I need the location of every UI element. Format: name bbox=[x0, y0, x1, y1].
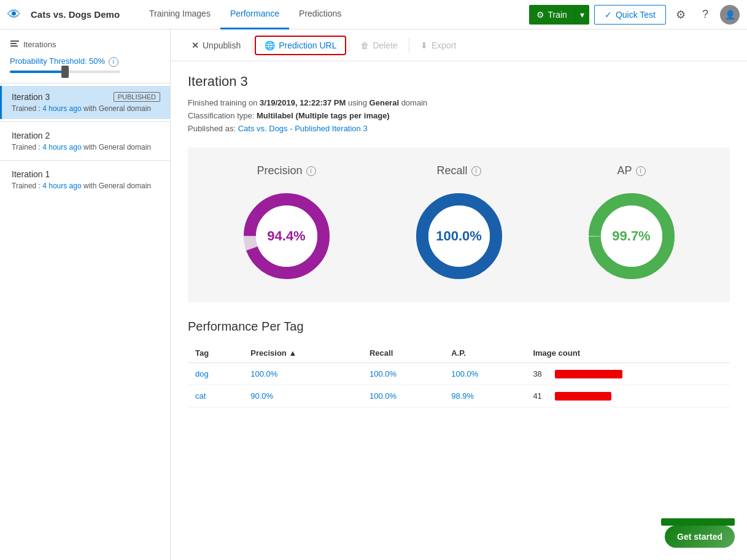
precision-cell: 100.0% bbox=[243, 363, 362, 385]
avatar-icon: 👤 bbox=[725, 10, 735, 20]
probability-slider-container bbox=[10, 71, 160, 73]
metrics-section: Precision i 94.4% bbox=[188, 147, 730, 302]
iteration-1-header: Iteration 1 bbox=[12, 169, 160, 179]
iteration-item-1[interactable]: Iteration 1 Trained : 4 hours ago with G… bbox=[0, 163, 170, 196]
performance-per-tag: Performance Per Tag Tag Precision ▲ Reca… bbox=[188, 320, 730, 407]
trash-icon: 🗑 bbox=[360, 40, 369, 50]
iteration-item-2[interactable]: Iteration 2 Trained : 4 hours ago with G… bbox=[0, 125, 170, 158]
iteration-1-time-link[interactable]: 4 hours ago bbox=[42, 182, 81, 190]
prediction-url-button[interactable]: 🌐 Prediction URL bbox=[255, 36, 346, 55]
probability-section: Probability Threshold: 50% i bbox=[0, 54, 170, 80]
tag-link[interactable]: dog bbox=[195, 369, 209, 378]
help-button[interactable]: ? bbox=[695, 5, 715, 25]
iteration-item-3[interactable]: Iteration 3 PUBLISHED Trained : 4 hours … bbox=[0, 86, 170, 119]
toolbar-sep-1 bbox=[252, 38, 252, 53]
train-button[interactable]: ⚙ Train bbox=[529, 5, 575, 25]
training-date: 3/19/2019, 12:22:37 PM bbox=[260, 98, 346, 107]
probability-info-icon[interactable]: i bbox=[109, 57, 118, 67]
toolbar-sep-3 bbox=[409, 38, 409, 53]
iteration-2-name: Iteration 2 bbox=[12, 131, 50, 140]
precision-card: Precision i 94.4% bbox=[238, 164, 336, 285]
ap-card: AP i 99.7% bbox=[583, 164, 681, 285]
tab-training-images[interactable]: Training Images bbox=[139, 0, 220, 29]
toolbar-sep-2 bbox=[349, 38, 349, 53]
iteration-3-time-link[interactable]: 4 hours ago bbox=[42, 104, 81, 113]
main-layout: Iterations Probability Threshold: 50% i … bbox=[0, 29, 747, 560]
recall-info-icon[interactable]: i bbox=[471, 166, 481, 176]
divider-3 bbox=[0, 160, 170, 161]
col-ap: A.P. bbox=[444, 343, 525, 363]
x-icon: ✕ bbox=[192, 40, 199, 50]
nav-tabs: Training Images Performance Predictions bbox=[139, 0, 521, 29]
table-row: cat 90.0% 100.0% 98.9% 41 bbox=[188, 385, 730, 407]
precision-value: 94.4% bbox=[267, 228, 305, 244]
image-count-value: 41 bbox=[533, 391, 550, 401]
published-badge: PUBLISHED bbox=[114, 92, 160, 102]
green-bar-bottom bbox=[661, 518, 735, 526]
precision-donut: 94.4% bbox=[238, 187, 336, 285]
table-header-row: Tag Precision ▲ Recall A.P. Image count bbox=[188, 343, 730, 363]
iteration-1-meta: Trained : 4 hours ago with General domai… bbox=[12, 182, 160, 190]
ap-donut: 99.7% bbox=[583, 187, 681, 285]
divider-2 bbox=[0, 121, 170, 122]
image-count-bar bbox=[555, 370, 622, 378]
probability-slider[interactable] bbox=[10, 71, 120, 73]
globe-icon: 🌐 bbox=[265, 40, 275, 50]
precision-info-icon[interactable]: i bbox=[306, 166, 316, 176]
iteration-3-name: Iteration 3 bbox=[12, 92, 50, 102]
ap-value: 99.7% bbox=[612, 228, 650, 244]
iteration-2-header: Iteration 2 bbox=[12, 131, 160, 140]
recall-title: Recall i bbox=[436, 164, 481, 177]
iteration-2-meta: Trained : 4 hours ago with General domai… bbox=[12, 143, 160, 152]
export-button[interactable]: ⬇ Export bbox=[412, 37, 465, 54]
recall-cell: 100.0% bbox=[362, 363, 444, 385]
export-icon: ⬇ bbox=[420, 40, 428, 50]
image-count-cell: 38 bbox=[525, 363, 730, 385]
app-icon: 👁 bbox=[7, 7, 21, 23]
tab-predictions[interactable]: Predictions bbox=[289, 0, 351, 29]
svg-rect-2 bbox=[10, 45, 18, 47]
recall-value: 100.0% bbox=[436, 228, 482, 244]
iteration-2-time-link[interactable]: 4 hours ago bbox=[42, 143, 81, 152]
slider-fill bbox=[10, 71, 65, 73]
precision-cell: 90.0% bbox=[243, 385, 362, 407]
settings-button[interactable]: ⚙ bbox=[671, 5, 691, 25]
train-dropdown-button[interactable]: ▾ bbox=[575, 5, 589, 25]
iteration-3-header: Iteration 3 PUBLISHED bbox=[12, 92, 160, 102]
content: ✕ Unpublish 🌐 Prediction URL 🗑 Delete ⬇ … bbox=[171, 29, 747, 560]
avatar[interactable]: 👤 bbox=[720, 5, 740, 25]
iteration-content: Iteration 3 Finished training on 3/19/20… bbox=[171, 61, 747, 432]
image-count-value: 38 bbox=[533, 369, 550, 378]
unpublish-button[interactable]: ✕ Unpublish bbox=[183, 37, 249, 54]
image-count-bar bbox=[555, 392, 611, 401]
app-title: Cats vs. Dogs Demo bbox=[31, 9, 120, 20]
col-precision[interactable]: Precision ▲ bbox=[243, 343, 362, 363]
col-tag: Tag bbox=[188, 343, 243, 363]
tag-link[interactable]: cat bbox=[195, 391, 206, 401]
ap-cell: 100.0% bbox=[444, 363, 525, 385]
probability-label: Probability Threshold: 50% i bbox=[10, 56, 160, 67]
get-started-button[interactable]: Get started bbox=[665, 526, 735, 548]
divider-1 bbox=[0, 83, 170, 83]
classification-type: Multilabel (Multiple tags per image) bbox=[257, 111, 390, 120]
iteration-1-name: Iteration 1 bbox=[12, 169, 50, 179]
recall-donut: 100.0% bbox=[410, 187, 508, 285]
svg-rect-0 bbox=[10, 40, 19, 42]
iterations-icon bbox=[10, 39, 20, 49]
header: 👁 Cats vs. Dogs Demo Training Images Per… bbox=[0, 0, 747, 29]
recall-card: Recall i 100.0% bbox=[410, 164, 508, 285]
svg-rect-1 bbox=[10, 43, 17, 44]
tab-performance[interactable]: Performance bbox=[220, 0, 289, 29]
ap-cell: 98.9% bbox=[444, 385, 525, 407]
published-as-link[interactable]: Cats vs. Dogs - Published Iteration 3 bbox=[238, 124, 368, 133]
quick-test-button[interactable]: ✓ Quick Test bbox=[594, 5, 666, 25]
iteration-title: Iteration 3 bbox=[188, 74, 730, 90]
image-count-cell: 41 bbox=[525, 385, 730, 407]
checkmark-icon: ✓ bbox=[605, 10, 612, 20]
domain-label: General bbox=[370, 98, 399, 107]
slider-thumb bbox=[61, 66, 69, 78]
content-toolbar: ✕ Unpublish 🌐 Prediction URL 🗑 Delete ⬇ … bbox=[171, 29, 747, 61]
delete-button[interactable]: 🗑 Delete bbox=[352, 37, 406, 54]
table-body: dog 100.0% 100.0% 100.0% 38 cat 90.0% 10… bbox=[188, 363, 730, 407]
ap-info-icon[interactable]: i bbox=[636, 166, 646, 176]
